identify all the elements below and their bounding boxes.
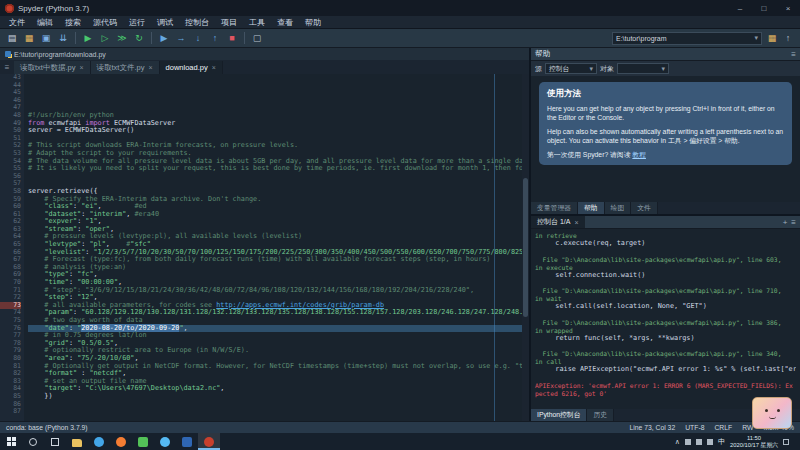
step-over-button[interactable]: →	[173, 31, 189, 46]
editor-tab[interactable]: 读取txt中数据.py×	[14, 61, 91, 74]
app-icon	[138, 437, 148, 447]
taskbar-clock[interactable]: 11:50 2020/10/17 星期六	[730, 435, 778, 449]
window-controls: – □ ×	[728, 0, 800, 16]
maximize-button[interactable]: □	[752, 0, 776, 16]
conda-env-status: conda: base (Python 3.7.9)	[6, 424, 88, 431]
start-button[interactable]	[0, 433, 22, 450]
options-menu-icon[interactable]: ≡	[791, 218, 796, 227]
editor-scrollbar[interactable]	[522, 74, 529, 421]
console-tab-IPython控制台[interactable]: IPython控制台	[531, 409, 587, 421]
working-directory-combo[interactable]: E:\tutor\program ▾	[612, 32, 762, 45]
close-console-icon[interactable]: ×	[574, 219, 578, 226]
menu-工具[interactable]: 工具	[243, 16, 271, 28]
network-icon[interactable]	[707, 439, 713, 445]
minimize-button[interactable]: –	[728, 0, 752, 16]
run-cell-advance-button[interactable]: ≫	[114, 31, 130, 46]
editor-tab[interactable]: 读取txt文件.py×	[91, 61, 160, 74]
run-cell-button[interactable]: ▷	[97, 31, 113, 46]
stop-button[interactable]: ■	[224, 31, 240, 46]
code-line[interactable]: # It is likely you need to split your re…	[28, 165, 522, 173]
line-number-gutter[interactable]: 4344454647484950515253545556575859606162…	[0, 74, 24, 421]
tutorial-link[interactable]: 教程	[632, 151, 646, 158]
run-button[interactable]: ▶	[80, 31, 96, 46]
menu-文件[interactable]: 文件	[3, 16, 31, 28]
menu-查看[interactable]: 查看	[271, 16, 299, 28]
save-all-button[interactable]: ⇊	[55, 31, 71, 46]
console-line: c.execute(req, target)	[535, 240, 796, 248]
taskbar-qq[interactable]	[154, 433, 176, 450]
code-line[interactable]: server = ECMWFDataServer()	[28, 127, 522, 135]
taskbar-search-button[interactable]	[22, 433, 44, 450]
help-object-combo[interactable]: ▾	[617, 63, 669, 74]
options-menu-icon[interactable]: ≡	[791, 50, 796, 59]
code-line[interactable]	[28, 416, 522, 421]
menu-调试[interactable]: 调试	[151, 16, 179, 28]
close-button[interactable]: ×	[776, 0, 800, 16]
pane-tab-绘图[interactable]: 绘图	[605, 202, 632, 214]
line-number: 87	[0, 408, 21, 416]
new-console-icon[interactable]: +	[783, 218, 788, 227]
console-tab-历史[interactable]: 历史	[587, 409, 614, 421]
code-line[interactable]	[28, 97, 522, 105]
browse-directory-button[interactable]: ▦	[764, 31, 780, 46]
taskbar-file-explorer[interactable]	[66, 433, 88, 450]
menu-帮助[interactable]: 帮助	[299, 16, 327, 28]
code-line[interactable]: "dataset": "interim", #era40	[28, 211, 522, 219]
taskbar-spyder[interactable]	[198, 433, 220, 450]
debug-button[interactable]: ▶	[156, 31, 172, 46]
step-into-button[interactable]: ↓	[190, 31, 206, 46]
menu-搜索[interactable]: 搜索	[59, 16, 87, 28]
editor-pane: E:\tutor\program\download.py ≡ 读取txt中数据.…	[0, 48, 531, 421]
editor-tab[interactable]: download.py×	[160, 61, 223, 74]
pane-tab-帮助[interactable]: 帮助	[578, 202, 605, 214]
taskbar-firefox[interactable]	[110, 433, 132, 450]
menu-源代码[interactable]: 源代码	[87, 16, 123, 28]
save-button[interactable]: ▣	[38, 31, 54, 46]
app-icon	[72, 439, 82, 447]
menu-项目[interactable]: 项目	[215, 16, 243, 28]
open-file-button[interactable]: ▦	[21, 31, 37, 46]
maximize-pane-button[interactable]: ▢	[249, 31, 265, 46]
code-line[interactable]: # analysis (type:an)	[28, 264, 522, 272]
scrollbar-thumb[interactable]	[523, 178, 528, 317]
pane-tab-变量管理器[interactable]: 变量管理器	[531, 202, 578, 214]
menu-运行[interactable]: 运行	[123, 16, 151, 28]
parent-directory-button[interactable]: ↑	[780, 31, 796, 46]
taskbar-edge[interactable]	[88, 433, 110, 450]
code-line[interactable]: # "step": "3/6/9/12/15/18/21/24/30/36/42…	[28, 287, 522, 295]
code-line[interactable]	[28, 173, 522, 181]
new-file-button[interactable]: ▤	[4, 31, 20, 46]
console-line: raise APIException("ecmwf.API error 1: %…	[535, 366, 796, 374]
windows-taskbar: ∧ 中 11:50 2020/10/17 星期六	[0, 433, 800, 450]
code-editor[interactable]: 4344454647484950515253545556575859606162…	[0, 74, 529, 421]
security-icon[interactable]	[685, 439, 691, 445]
browse-tabs-button[interactable]: ≡	[0, 61, 14, 74]
pane-tab-文件[interactable]: 文件	[631, 202, 658, 214]
taskbar-word[interactable]	[176, 433, 198, 450]
code-line[interactable]: })	[28, 393, 522, 401]
close-tab-icon[interactable]: ×	[212, 64, 216, 71]
menu-控制台[interactable]: 控制台	[179, 16, 215, 28]
console-output[interactable]: in retrieve c.execute(req, target) File …	[531, 229, 800, 409]
close-tab-icon[interactable]: ×	[148, 64, 152, 71]
taskbar-wechat[interactable]	[132, 433, 154, 450]
menu-编辑[interactable]: 编辑	[31, 16, 59, 28]
code-line[interactable]	[28, 408, 522, 416]
title-bar[interactable]: Spyder (Python 3.7) – □ ×	[0, 0, 800, 16]
task-view-button[interactable]	[44, 433, 66, 450]
action-center-icon[interactable]	[783, 439, 789, 445]
input-language-indicator[interactable]: 中	[718, 437, 725, 447]
code-line[interactable]	[28, 401, 522, 409]
desktop-pet-widget[interactable]	[752, 397, 792, 429]
close-tab-icon[interactable]: ×	[79, 64, 83, 71]
code-line[interactable]: "target": "C:\Users\47697\Desktop\data2.…	[28, 385, 522, 393]
console-header: 控制台 1/A × + ≡	[531, 216, 800, 229]
volume-icon[interactable]	[696, 439, 702, 445]
help-source-combo[interactable]: 控制台 ▾	[545, 63, 597, 74]
rerun-cell-button[interactable]: ↻	[131, 31, 147, 46]
code-area[interactable]: #!/usr/bin/env pythonfrom ecmwfapi impor…	[24, 74, 522, 421]
tray-expand-icon[interactable]: ∧	[675, 438, 680, 446]
code-line[interactable]	[28, 180, 522, 188]
console-tab[interactable]: 控制台 1/A ×	[531, 216, 585, 228]
step-return-button[interactable]: ↑	[207, 31, 223, 46]
